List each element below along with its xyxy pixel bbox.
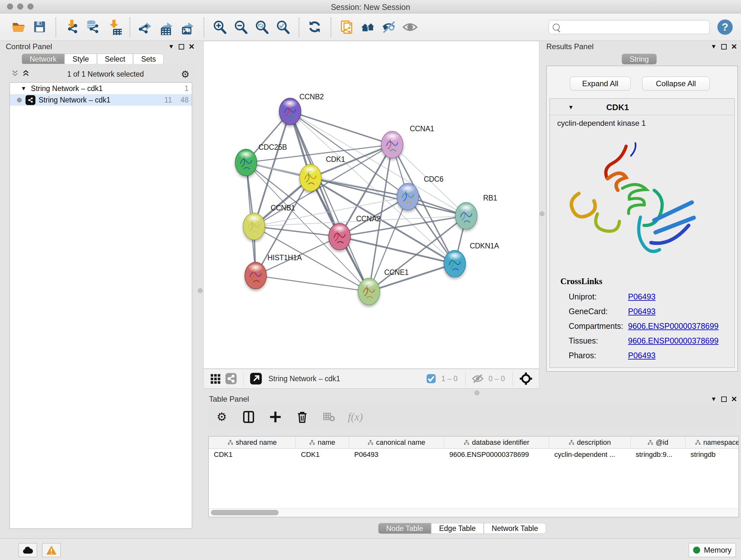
column-header-shared-name[interactable]: shared name [209, 436, 296, 448]
gear-icon[interactable]: ⚙ [181, 69, 190, 80]
export-image-icon[interactable] [179, 18, 197, 36]
node-RB1[interactable] [455, 202, 477, 229]
create-column-plus-icon[interactable] [269, 411, 282, 423]
column-header-@id[interactable]: @id [630, 436, 685, 448]
share-network-icon[interactable] [225, 373, 237, 385]
table-cell[interactable]: 9606.ENSP00000378699 [444, 449, 549, 461]
tab-string[interactable]: String [622, 54, 657, 64]
table-cell[interactable]: CDK1 [209, 449, 296, 461]
tab-network-table[interactable]: Network Table [484, 523, 546, 534]
warning-button[interactable] [42, 543, 61, 557]
collapse-all-button[interactable]: Collapse All [642, 77, 710, 91]
table-cell[interactable]: cyclin-dependent ... [549, 449, 630, 461]
import-table-icon[interactable] [105, 18, 123, 36]
zoom-in-icon[interactable] [211, 18, 229, 36]
crosslink-label: Pharos: [569, 351, 628, 360]
network-tree-row[interactable]: ▼String Network – cdk11 [10, 83, 192, 94]
cloud-button[interactable] [18, 543, 37, 557]
homology-icon[interactable] [359, 18, 377, 36]
panel-float-icon[interactable] [721, 396, 727, 402]
gene-section-header[interactable]: ▼ CDK1 [549, 101, 735, 114]
tab-network[interactable]: Network [22, 54, 64, 64]
refresh-icon[interactable] [306, 18, 324, 36]
table-cell[interactable]: stringdb:9... [630, 449, 685, 461]
table-cell[interactable]: stringdb [685, 449, 739, 461]
eye-icon[interactable] [401, 18, 419, 36]
node-CCNA2[interactable] [329, 223, 350, 250]
show-columns-icon[interactable] [242, 411, 255, 423]
tab-edge-table[interactable]: Edge Table [431, 523, 484, 534]
open-in-window-icon[interactable] [250, 372, 262, 385]
panel-close-icon[interactable]: ✕ [189, 43, 195, 51]
scrollbar-thumb[interactable] [211, 510, 279, 515]
open-folder-icon[interactable] [10, 18, 28, 36]
table-cell[interactable]: CDK1 [296, 449, 349, 461]
crosslink-link[interactable]: P06493 [628, 307, 656, 316]
expand-all-button[interactable]: Expand All [570, 77, 630, 91]
crosslink-link[interactable]: P06493 [628, 351, 656, 360]
network-canvas[interactable]: CCNB2CCNA1CDC25BCDK1CDC6RB1CCNB1CCNA2CDK… [203, 41, 539, 369]
panel-close-icon[interactable]: ✕ [731, 43, 737, 51]
node-CCNE1[interactable] [358, 278, 380, 305]
tab-sets[interactable]: Sets [133, 54, 164, 64]
panel-float-icon[interactable] [721, 44, 727, 50]
grid-view-icon[interactable] [210, 373, 222, 385]
column-header-namespace[interactable]: namespace [685, 436, 739, 448]
crosslink-link[interactable]: P06493 [628, 292, 656, 301]
import-network-icon[interactable] [63, 18, 81, 36]
node-CDC25B[interactable] [235, 149, 257, 176]
column-header-database-identifier[interactable]: database identifier [444, 436, 549, 448]
column-header-name[interactable]: name [296, 436, 349, 448]
tab-node-table[interactable]: Node Table [378, 523, 431, 534]
birdseye-crosshair-icon[interactable] [519, 372, 533, 386]
memory-button[interactable]: Memory [689, 543, 736, 557]
zoom-fit-icon[interactable] [253, 18, 271, 36]
node-CCNB1[interactable] [243, 213, 265, 240]
network-tree-row[interactable]: String Network – cdk11148 [10, 94, 192, 106]
node-CCNB2[interactable] [279, 98, 301, 125]
tab-style[interactable]: Style [64, 54, 97, 64]
string-documents-icon[interactable] [338, 18, 356, 36]
search-input[interactable] [563, 23, 705, 32]
delete-column-trash-icon[interactable] [296, 411, 309, 423]
help-button[interactable]: ? [718, 19, 733, 35]
zoom-out-icon[interactable] [232, 18, 250, 36]
node-CDK1[interactable] [300, 165, 321, 191]
collapse-collection-icon[interactable]: ▼ [21, 85, 26, 92]
crosslink-link[interactable]: 9606.ENSP00000378699 [628, 321, 719, 331]
tab-select[interactable]: Select [97, 54, 133, 64]
horizontal-scrollbar[interactable] [209, 508, 738, 516]
node-HIST1H1A[interactable] [245, 262, 266, 289]
table-row[interactable]: CDK1CDK1P064939606.ENSP00000378699cyclin… [209, 449, 738, 461]
toolbar-separator [331, 17, 331, 37]
export-table-icon[interactable] [158, 18, 176, 36]
column-header-canonical-name[interactable]: canonical name [349, 436, 444, 448]
node-CDKN1A[interactable] [444, 250, 466, 277]
glasses-slash-icon[interactable] [380, 18, 398, 36]
panel-menu-icon[interactable]: ▼ [168, 43, 174, 50]
expand-all-networks-icon[interactable] [11, 69, 19, 79]
selected-checkbox-icon[interactable] [426, 373, 436, 384]
table-cell[interactable]: P06493 [349, 449, 444, 461]
collapse-all-networks-icon[interactable] [22, 69, 30, 79]
node-CCNA1[interactable] [381, 131, 403, 158]
save-icon[interactable] [31, 18, 49, 36]
column-header-description[interactable]: description [549, 436, 630, 448]
table-settings-gear-icon[interactable]: ⚙ [215, 411, 228, 423]
panel-menu-icon[interactable]: ▼ [711, 395, 717, 402]
export-network-icon[interactable] [137, 18, 155, 36]
panel-float-icon[interactable] [179, 44, 184, 50]
panel-close-icon[interactable]: ✕ [731, 395, 737, 403]
ribbon-segment [631, 143, 636, 156]
control-panel-tabs: NetworkStyleSelectSets [22, 54, 164, 64]
search-box[interactable] [549, 20, 710, 34]
network-selection-status: 1 of 1 Network selected [30, 70, 181, 78]
left-splitter-handle[interactable] [198, 288, 203, 293]
right-splitter-handle[interactable] [540, 211, 544, 216]
crosslink-link[interactable]: 9606.ENSP00000378699 [628, 336, 719, 346]
panel-menu-icon[interactable]: ▼ [711, 43, 717, 50]
import-database-icon[interactable] [84, 18, 102, 36]
collapse-section-icon[interactable]: ▼ [568, 104, 574, 111]
node-CDC6[interactable] [397, 183, 419, 210]
zoom-selected-icon[interactable] [274, 18, 292, 36]
